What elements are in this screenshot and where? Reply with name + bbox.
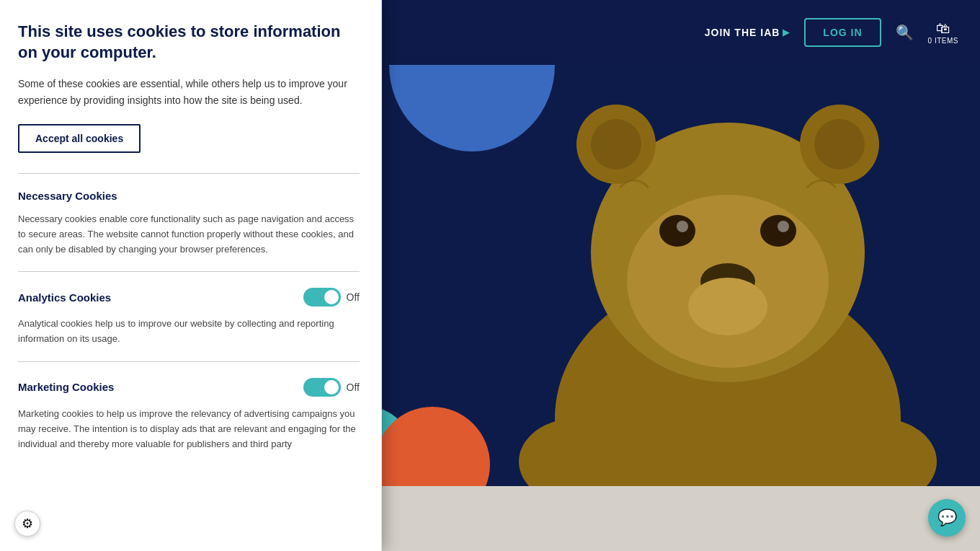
- svg-point-7: [659, 215, 695, 247]
- cookie-panel: This site uses cookies to store informat…: [0, 0, 382, 551]
- marketing-cookies-desc: Marketing cookies to help us improve the…: [18, 407, 360, 451]
- marketing-toggle-container: Off: [303, 378, 360, 397]
- cookie-divider-1: [18, 173, 360, 174]
- analytics-toggle-container: Off: [303, 288, 360, 307]
- login-button[interactable]: LOG IN: [804, 18, 881, 47]
- bear-image: [476, 43, 980, 548]
- cart-icon[interactable]: 🛍 0 ITEMS: [928, 20, 958, 45]
- cookie-settings-gear-icon[interactable]: ⚙: [14, 511, 40, 537]
- svg-point-3: [591, 119, 641, 169]
- cookie-panel-desc: Some of these cookies are essential, whi…: [18, 76, 360, 108]
- nav-right: JOIN THE IAB ▶ LOG IN 🔍 🛍 0 ITEMS: [705, 18, 958, 47]
- marketing-toggle-label: Off: [347, 382, 360, 393]
- chat-icon: 💬: [937, 508, 957, 527]
- join-arrow-icon: ▶: [783, 27, 790, 38]
- svg-point-12: [688, 278, 767, 335]
- accept-all-cookies-button[interactable]: Accept all cookies: [18, 124, 141, 153]
- necessary-cookies-desc: Necessary cookies enable core functional…: [18, 212, 360, 257]
- svg-point-9: [677, 221, 688, 232]
- analytics-cookies-row: Analytics Cookies Off: [18, 288, 360, 307]
- marketing-cookies-title: Marketing Cookies: [18, 381, 114, 393]
- cookie-divider-3: [18, 361, 360, 362]
- cookie-divider-2: [18, 271, 360, 272]
- chat-button[interactable]: 💬: [928, 499, 966, 537]
- analytics-toggle-switch[interactable]: [303, 288, 341, 307]
- analytics-toggle-label: Off: [347, 291, 360, 303]
- analytics-cookies-desc: Analytical cookies help us to improve ou…: [18, 317, 360, 347]
- analytics-cookies-title: Analytics Cookies: [18, 291, 111, 304]
- marketing-cookies-row: Marketing Cookies Off: [18, 378, 360, 397]
- necessary-cookies-title: Necessary Cookies: [18, 190, 360, 202]
- cart-bag-icon: 🛍: [936, 20, 950, 37]
- svg-point-5: [814, 119, 865, 169]
- marketing-toggle-switch[interactable]: [303, 378, 341, 397]
- svg-point-8: [760, 215, 796, 247]
- join-iab-link[interactable]: JOIN THE IAB ▶: [705, 27, 790, 38]
- cookie-panel-title: This site uses cookies to store informat…: [18, 22, 360, 63]
- svg-point-10: [778, 221, 789, 232]
- search-icon[interactable]: 🔍: [896, 24, 914, 41]
